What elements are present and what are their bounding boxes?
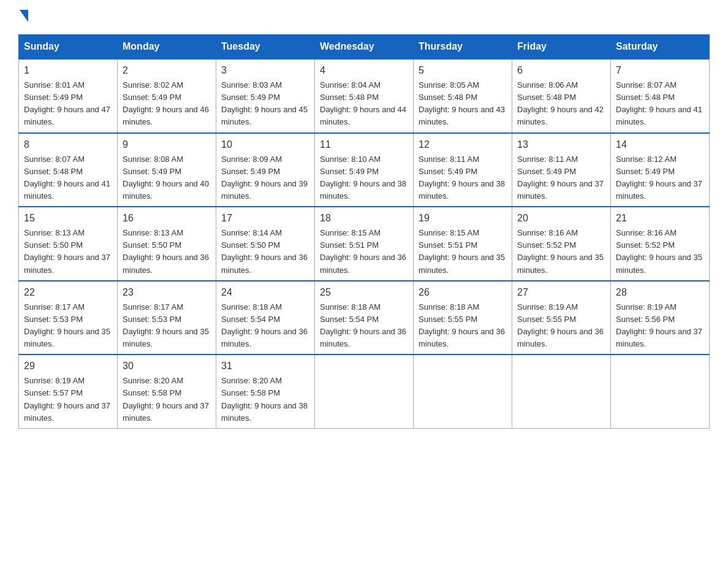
day-info: Sunrise: 8:17 AMSunset: 5:53 PMDaylight:…	[24, 301, 112, 351]
day-number: 10	[221, 137, 309, 152]
day-info: Sunrise: 8:07 AMSunset: 5:48 PMDaylight:…	[616, 79, 704, 129]
calendar-day-cell: 18Sunrise: 8:15 AMSunset: 5:51 PMDayligh…	[315, 207, 414, 281]
day-number: 13	[517, 137, 605, 152]
calendar-day-cell: 13Sunrise: 8:11 AMSunset: 5:49 PMDayligh…	[512, 133, 611, 207]
calendar-day-cell: 11Sunrise: 8:10 AMSunset: 5:49 PMDayligh…	[315, 133, 414, 207]
calendar-header-tuesday: Tuesday	[216, 35, 315, 59]
day-info: Sunrise: 8:20 AMSunset: 5:58 PMDaylight:…	[123, 375, 211, 424]
logo-triangle-icon	[20, 10, 28, 22]
calendar-day-cell: 22Sunrise: 8:17 AMSunset: 5:53 PMDayligh…	[19, 281, 118, 355]
day-number: 11	[320, 137, 408, 152]
day-info: Sunrise: 8:11 AMSunset: 5:49 PMDaylight:…	[419, 153, 507, 203]
calendar-header-sunday: Sunday	[19, 35, 118, 59]
calendar-day-cell	[414, 354, 512, 428]
calendar-header-monday: Monday	[118, 35, 216, 59]
calendar-day-cell: 4Sunrise: 8:04 AMSunset: 5:48 PMDaylight…	[315, 59, 414, 133]
calendar-day-cell: 24Sunrise: 8:18 AMSunset: 5:54 PMDayligh…	[216, 281, 315, 355]
day-info: Sunrise: 8:13 AMSunset: 5:50 PMDaylight:…	[24, 227, 112, 277]
calendar-header-saturday: Saturday	[611, 35, 710, 59]
day-number: 2	[123, 63, 211, 78]
calendar-day-cell: 30Sunrise: 8:20 AMSunset: 5:58 PMDayligh…	[118, 354, 216, 428]
day-number: 30	[123, 359, 211, 373]
calendar-day-cell: 9Sunrise: 8:08 AMSunset: 5:49 PMDaylight…	[118, 133, 216, 207]
day-info: Sunrise: 8:19 AMSunset: 5:57 PMDaylight:…	[24, 375, 112, 424]
day-info: Sunrise: 8:18 AMSunset: 5:54 PMDaylight:…	[320, 301, 408, 351]
day-number: 6	[517, 63, 605, 78]
calendar-day-cell: 8Sunrise: 8:07 AMSunset: 5:48 PMDaylight…	[19, 133, 118, 207]
calendar-day-cell	[315, 354, 414, 428]
calendar-day-cell: 25Sunrise: 8:18 AMSunset: 5:54 PMDayligh…	[315, 281, 414, 355]
logo-general-text	[18, 12, 28, 22]
calendar-header-row: SundayMondayTuesdayWednesdayThursdayFrid…	[19, 35, 710, 59]
day-number: 5	[419, 63, 507, 78]
day-info: Sunrise: 8:19 AMSunset: 5:55 PMDaylight:…	[517, 301, 605, 351]
calendar-day-cell: 17Sunrise: 8:14 AMSunset: 5:50 PMDayligh…	[216, 207, 315, 281]
day-info: Sunrise: 8:18 AMSunset: 5:55 PMDaylight:…	[419, 301, 507, 351]
calendar-day-cell: 31Sunrise: 8:20 AMSunset: 5:58 PMDayligh…	[216, 354, 315, 428]
day-info: Sunrise: 8:18 AMSunset: 5:54 PMDaylight:…	[221, 301, 309, 351]
day-info: Sunrise: 8:10 AMSunset: 5:49 PMDaylight:…	[320, 153, 408, 203]
day-info: Sunrise: 8:06 AMSunset: 5:48 PMDaylight:…	[517, 79, 605, 129]
day-number: 21	[616, 211, 704, 226]
day-number: 4	[320, 63, 408, 78]
day-number: 24	[221, 285, 309, 300]
calendar-day-cell: 7Sunrise: 8:07 AMSunset: 5:48 PMDaylight…	[611, 59, 710, 133]
day-info: Sunrise: 8:13 AMSunset: 5:50 PMDaylight:…	[123, 227, 211, 277]
logo	[18, 12, 28, 22]
calendar-week-row: 1Sunrise: 8:01 AMSunset: 5:49 PMDaylight…	[19, 59, 710, 133]
calendar-day-cell: 6Sunrise: 8:06 AMSunset: 5:48 PMDaylight…	[512, 59, 611, 133]
calendar-day-cell: 1Sunrise: 8:01 AMSunset: 5:49 PMDaylight…	[19, 59, 118, 133]
day-number: 1	[24, 63, 112, 78]
calendar-day-cell: 2Sunrise: 8:02 AMSunset: 5:49 PMDaylight…	[118, 59, 216, 133]
day-info: Sunrise: 8:20 AMSunset: 5:58 PMDaylight:…	[221, 375, 309, 424]
day-info: Sunrise: 8:17 AMSunset: 5:53 PMDaylight:…	[123, 301, 211, 351]
day-number: 19	[419, 211, 507, 226]
day-info: Sunrise: 8:05 AMSunset: 5:48 PMDaylight:…	[419, 79, 507, 129]
day-info: Sunrise: 8:02 AMSunset: 5:49 PMDaylight:…	[123, 79, 211, 129]
day-number: 12	[419, 137, 507, 152]
calendar-day-cell: 28Sunrise: 8:19 AMSunset: 5:56 PMDayligh…	[611, 281, 710, 355]
day-number: 17	[221, 211, 309, 226]
calendar-week-row: 29Sunrise: 8:19 AMSunset: 5:57 PMDayligh…	[19, 354, 710, 428]
day-info: Sunrise: 8:11 AMSunset: 5:49 PMDaylight:…	[517, 153, 605, 203]
calendar-day-cell	[611, 354, 710, 428]
calendar-week-row: 22Sunrise: 8:17 AMSunset: 5:53 PMDayligh…	[19, 281, 710, 355]
calendar-day-cell: 16Sunrise: 8:13 AMSunset: 5:50 PMDayligh…	[118, 207, 216, 281]
calendar-day-cell: 29Sunrise: 8:19 AMSunset: 5:57 PMDayligh…	[19, 354, 118, 428]
day-number: 28	[616, 285, 704, 300]
calendar-day-cell: 19Sunrise: 8:15 AMSunset: 5:51 PMDayligh…	[414, 207, 512, 281]
calendar-day-cell: 23Sunrise: 8:17 AMSunset: 5:53 PMDayligh…	[118, 281, 216, 355]
day-info: Sunrise: 8:07 AMSunset: 5:48 PMDaylight:…	[24, 153, 112, 203]
calendar-day-cell	[512, 354, 611, 428]
calendar-day-cell: 20Sunrise: 8:16 AMSunset: 5:52 PMDayligh…	[512, 207, 611, 281]
day-number: 9	[123, 137, 211, 152]
day-number: 23	[123, 285, 211, 300]
calendar-table: SundayMondayTuesdayWednesdayThursdayFrid…	[18, 34, 710, 429]
calendar-day-cell: 10Sunrise: 8:09 AMSunset: 5:49 PMDayligh…	[216, 133, 315, 207]
day-number: 31	[221, 359, 309, 373]
day-info: Sunrise: 8:03 AMSunset: 5:49 PMDaylight:…	[221, 79, 309, 129]
day-info: Sunrise: 8:19 AMSunset: 5:56 PMDaylight:…	[616, 301, 704, 351]
day-number: 15	[24, 211, 112, 226]
day-number: 14	[616, 137, 704, 152]
day-number: 27	[517, 285, 605, 300]
day-number: 22	[24, 285, 112, 300]
calendar-week-row: 15Sunrise: 8:13 AMSunset: 5:50 PMDayligh…	[19, 207, 710, 281]
day-number: 25	[320, 285, 408, 300]
day-info: Sunrise: 8:16 AMSunset: 5:52 PMDaylight:…	[517, 227, 605, 277]
calendar-week-row: 8Sunrise: 8:07 AMSunset: 5:48 PMDaylight…	[19, 133, 710, 207]
day-number: 16	[123, 211, 211, 226]
day-number: 18	[320, 211, 408, 226]
day-number: 7	[616, 63, 704, 78]
day-number: 3	[221, 63, 309, 78]
calendar-header-friday: Friday	[512, 35, 611, 59]
calendar-day-cell: 15Sunrise: 8:13 AMSunset: 5:50 PMDayligh…	[19, 207, 118, 281]
page-header	[18, 12, 710, 22]
day-info: Sunrise: 8:09 AMSunset: 5:49 PMDaylight:…	[221, 153, 309, 203]
day-info: Sunrise: 8:04 AMSunset: 5:48 PMDaylight:…	[320, 79, 408, 129]
calendar-day-cell: 3Sunrise: 8:03 AMSunset: 5:49 PMDaylight…	[216, 59, 315, 133]
calendar-header-thursday: Thursday	[414, 35, 512, 59]
day-info: Sunrise: 8:15 AMSunset: 5:51 PMDaylight:…	[419, 227, 507, 277]
day-number: 26	[419, 285, 507, 300]
day-number: 20	[517, 211, 605, 226]
